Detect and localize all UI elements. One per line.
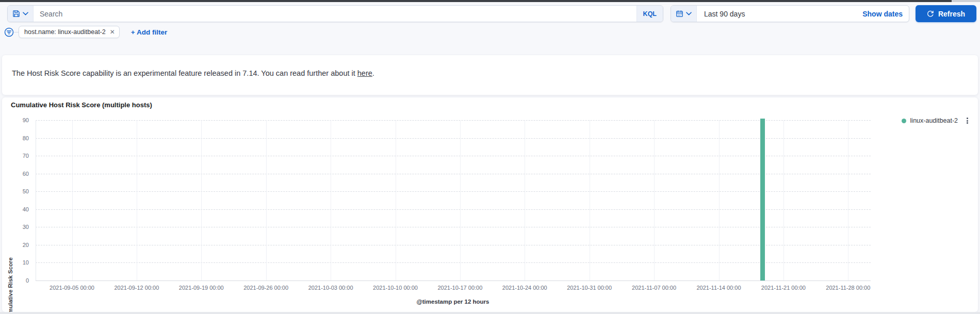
y-axis-line [36,120,36,280]
experimental-notice-panel: The Host Risk Score capability is an exp… [2,55,978,95]
calendar-icon [676,10,683,18]
x-axis-tick-label: 2021-10-03 00:00 [297,285,364,291]
horizontal-gridline [36,262,871,263]
add-filter-button[interactable]: + Add filter [131,28,167,36]
horizontal-gridline [36,191,871,192]
x-axis-tick-label: 2021-09-26 00:00 [233,285,300,291]
vertical-gridline [137,120,137,280]
y-axis-tick-label: 0 [2,277,29,284]
x-axis-tick-label: 2021-10-31 00:00 [556,285,623,291]
x-axis-tick-label: 2021-10-10 00:00 [362,285,429,291]
browser-top-strip-end [952,0,980,2]
refresh-button[interactable]: Refresh [916,5,976,22]
x-axis-tick-label: 2021-10-17 00:00 [427,285,494,291]
time-range-value[interactable]: Last 90 days [697,6,856,22]
vertical-gridline [654,120,655,280]
date-quick-menu-button[interactable] [671,6,697,22]
chevron-down-icon [23,12,28,15]
vertical-gridline [72,120,73,280]
legend-item[interactable]: linux-auditbeat-2 [902,117,958,124]
y-axis-tick-label: 90 [2,117,29,123]
remove-filter-icon[interactable]: ✕ [108,28,117,36]
legend-series-label: linux-auditbeat-2 [910,117,958,124]
x-axis-tick-label: 2021-09-05 00:00 [39,285,106,291]
notice-text-after: . [372,69,374,77]
legend-series-dot [902,119,906,123]
horizontal-gridline [36,209,871,210]
notice-here-link[interactable]: here [357,69,372,77]
vertical-gridline [460,120,461,280]
search-input[interactable] [34,6,636,22]
x-axis-tick-label: 2021-11-28 00:00 [814,285,881,291]
filter-bar: host.name: linux-auditbeat-2 ✕ + Add fil… [0,25,167,39]
risk-score-bar[interactable] [760,119,765,280]
y-axis-tick-label: 40 [2,206,29,212]
page-bottom-strip [0,312,980,314]
filter-options-icon[interactable] [4,27,14,37]
horizontal-gridline [36,138,871,139]
x-axis-tick-label: 2021-11-14 00:00 [685,285,753,291]
vertical-gridline [590,120,590,280]
vertical-gridline [525,120,525,280]
chevron-down-icon [686,12,692,15]
horizontal-gridline [36,174,871,174]
y-axis-tick-label: 30 [2,224,29,230]
horizontal-gridline [36,245,871,245]
vertical-gridline [331,120,331,280]
x-axis-line [36,280,871,281]
search-bar: KQL [7,5,663,22]
x-axis-tick-label: 2021-10-24 00:00 [491,285,558,291]
y-axis-tick-label: 50 [2,188,29,194]
y-axis-tick-label: 80 [2,135,29,141]
horizontal-gridline [36,156,871,156]
vertical-gridline [719,120,720,280]
plot-area: 90807060504030201002021-09-05 00:002021-… [2,97,978,312]
y-axis-tick-label: 10 [2,259,29,266]
vertical-gridline [396,120,396,280]
filter-connector [14,32,19,32]
browser-top-strip [0,0,952,2]
refresh-icon [927,10,934,18]
date-picker: Last 90 days Show dates [671,5,909,22]
y-axis-tick-label: 20 [2,242,29,248]
vertical-gridline [201,120,202,280]
query-bar: KQL Last 90 days Show dates [0,5,980,22]
chart-legend: linux-auditbeat-2 [902,116,970,125]
notice-text-before: The Host Risk Score capability is an exp… [12,69,357,77]
saved-query-menu-button[interactable] [8,6,34,22]
vertical-gridline [848,120,848,280]
show-dates-button[interactable]: Show dates [856,6,909,22]
vertical-gridline [266,120,267,280]
y-axis-title: Cumulative Risk Score [7,257,13,314]
y-axis-tick-label: 70 [2,153,29,159]
experimental-notice-text: The Host Risk Score capability is an exp… [12,69,374,77]
vertical-gridline [783,120,784,280]
kql-language-button[interactable]: KQL [636,6,663,22]
risk-score-chart-panel: Cumulative Host Risk Score (multiple hos… [2,97,978,312]
legend-actions-icon[interactable] [965,116,970,125]
horizontal-gridline [36,120,871,121]
save-icon [12,10,20,18]
x-axis-tick-label: 2021-11-21 00:00 [750,285,817,291]
filter-pill-label: host.name: linux-auditbeat-2 [24,28,106,36]
x-axis-tick-label: 2021-09-12 00:00 [103,285,170,291]
refresh-label: Refresh [938,10,965,18]
y-axis-tick-label: 60 [2,171,29,177]
x-axis-tick-label: 2021-09-19 00:00 [168,285,235,291]
filter-pill[interactable]: host.name: linux-auditbeat-2 ✕ [19,26,120,38]
x-axis-tick-label: 2021-11-07 00:00 [620,285,688,291]
horizontal-gridline [36,227,871,227]
x-axis-title: @timestamp per 12 hours [375,299,530,305]
